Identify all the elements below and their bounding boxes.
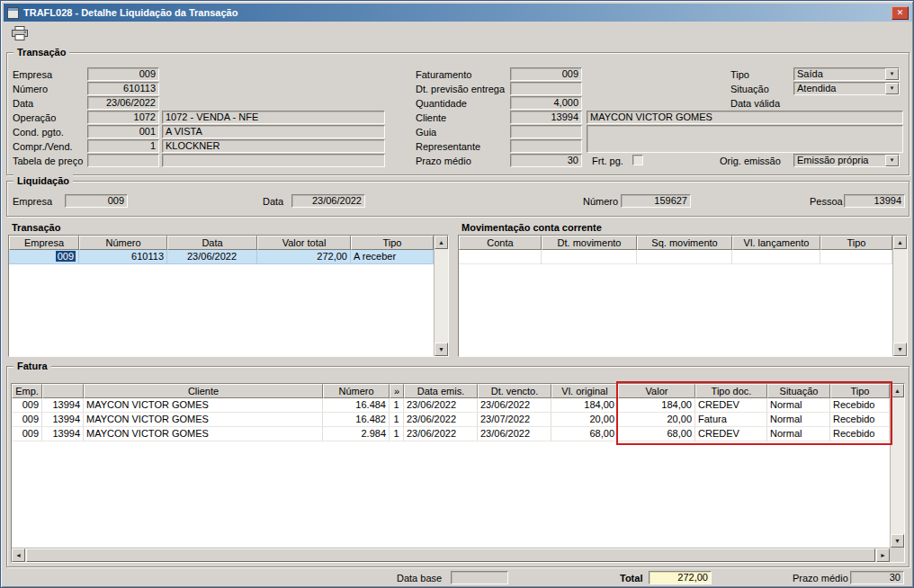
table-cell[interactable]: Normal [767, 427, 830, 441]
scroll-up-icon[interactable]: ▲ [891, 384, 904, 397]
column-header[interactable]: Emp. [12, 384, 42, 398]
frt-pg-checkbox[interactable] [632, 155, 643, 165]
table-cell[interactable]: 23/06/2022 [478, 398, 551, 413]
table-cell[interactable]: 20,00 [618, 413, 695, 427]
table-cell[interactable]: 2.984 [323, 427, 390, 441]
horizontal-scrollbar[interactable]: ◄ ► [12, 548, 890, 562]
table-cell[interactable]: 610113 [79, 250, 167, 264]
tabela-preco-desc-field[interactable] [162, 154, 385, 167]
print-button[interactable] [8, 25, 31, 45]
column-header[interactable]: Sq. movimento [637, 236, 732, 250]
table-cell[interactable]: 1 [390, 427, 404, 441]
column-header[interactable]: Conta [459, 236, 542, 250]
table-cell[interactable]: Fatura [695, 413, 767, 427]
data-base-field[interactable] [451, 571, 508, 584]
table-cell[interactable]: 009 [12, 413, 42, 427]
numero-field[interactable]: 610113 [87, 82, 159, 95]
column-header[interactable]: Dt. movimento [542, 236, 637, 250]
scroll-right-icon[interactable]: ► [876, 548, 890, 562]
liq-numero-field[interactable]: 159627 [621, 194, 691, 208]
column-header[interactable]: Valor total [257, 236, 351, 250]
close-button[interactable]: ✕ [892, 6, 909, 20]
situacao-combobox[interactable]: Atendida ▼ [793, 82, 900, 95]
compr-vend-desc-field[interactable]: KLOCKNER [162, 139, 385, 153]
table-cell[interactable]: 20,00 [551, 413, 618, 427]
liq-empresa-field[interactable]: 009 [65, 194, 128, 208]
table-row[interactable]: 009 13994 MAYCON VICTOR GOMES 2.984 1 23… [12, 427, 890, 441]
selected-cell[interactable]: 009 [56, 251, 76, 262]
column-header[interactable]: Vl. lançamento [732, 236, 820, 250]
column-header[interactable]: Dt. vencto. [478, 384, 551, 398]
table-cell[interactable]: 184,00 [618, 398, 695, 413]
vertical-scrollbar[interactable]: ▲ ▼ [434, 236, 448, 356]
table-cell[interactable]: 1 [390, 398, 404, 413]
dt-previsao-field[interactable] [510, 82, 582, 95]
table-cell[interactable]: Normal [767, 413, 830, 427]
column-header[interactable]: » [390, 384, 404, 398]
guia-field[interactable] [510, 125, 582, 138]
prazo-medio-field[interactable]: 30 [510, 154, 582, 167]
column-header[interactable]: Vl. original [551, 384, 618, 398]
column-header[interactable]: Número [79, 236, 167, 250]
table-cell[interactable]: 23/06/2022 [167, 250, 257, 264]
faturamento-field[interactable]: 009 [510, 67, 582, 81]
scroll-left-icon[interactable]: ◄ [12, 548, 25, 562]
table-cell[interactable]: 009 [12, 427, 42, 441]
table-cell[interactable]: 184,00 [551, 398, 618, 413]
chevron-down-icon[interactable]: ▼ [885, 83, 899, 94]
table-cell[interactable]: Normal [767, 398, 830, 413]
cliente-code-field[interactable]: 13994 [510, 111, 582, 124]
cliente-desc-field[interactable]: MAYCON VICTOR GOMES [587, 111, 903, 124]
scroll-up-icon[interactable]: ▲ [893, 236, 907, 249]
table-cell[interactable]: 23/06/2022 [478, 427, 551, 441]
data-field[interactable]: 23/06/2022 [87, 96, 159, 110]
table-cell[interactable]: 68,00 [618, 427, 695, 441]
cond-pgto-desc-field[interactable]: A VISTA [162, 125, 385, 138]
representante-field[interactable] [510, 139, 582, 153]
column-header[interactable]: Cliente [84, 384, 323, 398]
table-cell[interactable]: A receber [351, 250, 434, 264]
table-cell[interactable]: 68,00 [551, 427, 618, 441]
liq-data-field[interactable]: 23/06/2022 [291, 194, 365, 208]
tipo-combobox[interactable]: Saída ▼ [793, 67, 900, 81]
table-cell[interactable]: MAYCON VICTOR GOMES [84, 427, 323, 441]
chevron-down-icon[interactable]: ▼ [885, 155, 899, 166]
column-header[interactable]: Data [167, 236, 257, 250]
table-cell[interactable]: MAYCON VICTOR GOMES [84, 413, 323, 427]
compr-vend-code-field[interactable]: 1 [87, 139, 159, 153]
liq-pessoa-field[interactable]: 13994 [844, 194, 905, 208]
cliente-extra-field[interactable] [587, 125, 903, 153]
tabela-preco-code-field[interactable] [87, 154, 159, 167]
table-cell[interactable]: 13994 [42, 413, 84, 427]
scroll-down-icon[interactable]: ▼ [893, 343, 907, 356]
operacao-desc-field[interactable]: 1072 - VENDA - NFE [162, 111, 385, 124]
table-cell[interactable]: Recebido [830, 427, 890, 441]
quantidade-field[interactable]: 4,000 [510, 96, 582, 110]
scroll-up-icon[interactable]: ▲ [435, 236, 448, 249]
table-cell[interactable]: 23/07/2022 [478, 413, 551, 427]
table-cell[interactable]: CREDEV [695, 398, 767, 413]
column-header[interactable]: Data emis. [404, 384, 478, 398]
cond-pgto-code-field[interactable]: 001 [87, 125, 159, 138]
column-header[interactable]: Número [323, 384, 390, 398]
title-bar[interactable]: TRAFL028 - Detalhe Liquidação da Transaç… [4, 4, 912, 22]
table-cell[interactable]: 13994 [42, 398, 84, 413]
table-cell[interactable]: CREDEV [695, 427, 767, 441]
column-header[interactable]: Tipo [820, 236, 892, 250]
column-header[interactable]: Situação [767, 384, 830, 398]
scrollbar-thumb[interactable] [26, 548, 875, 562]
table-cell[interactable]: 1 [390, 413, 404, 427]
table-cell[interactable]: 009 [12, 398, 42, 413]
vertical-scrollbar[interactable]: ▲ ▼ [890, 384, 904, 548]
table-cell[interactable]: 272,00 [257, 250, 351, 264]
table-row[interactable]: 009 13994 MAYCON VICTOR GOMES 16.484 1 2… [12, 398, 890, 413]
column-header[interactable]: Tipo [830, 384, 890, 398]
table-cell[interactable]: 13994 [42, 427, 84, 441]
table-cell[interactable]: 23/06/2022 [404, 427, 478, 441]
chevron-down-icon[interactable]: ▼ [885, 68, 899, 80]
scroll-down-icon[interactable]: ▼ [435, 343, 448, 356]
empresa-field[interactable]: 009 [87, 67, 159, 81]
table-cell[interactable]: 16.484 [323, 398, 390, 413]
table-cell[interactable]: MAYCON VICTOR GOMES [84, 398, 323, 413]
table-cell[interactable]: Recebido [830, 413, 890, 427]
